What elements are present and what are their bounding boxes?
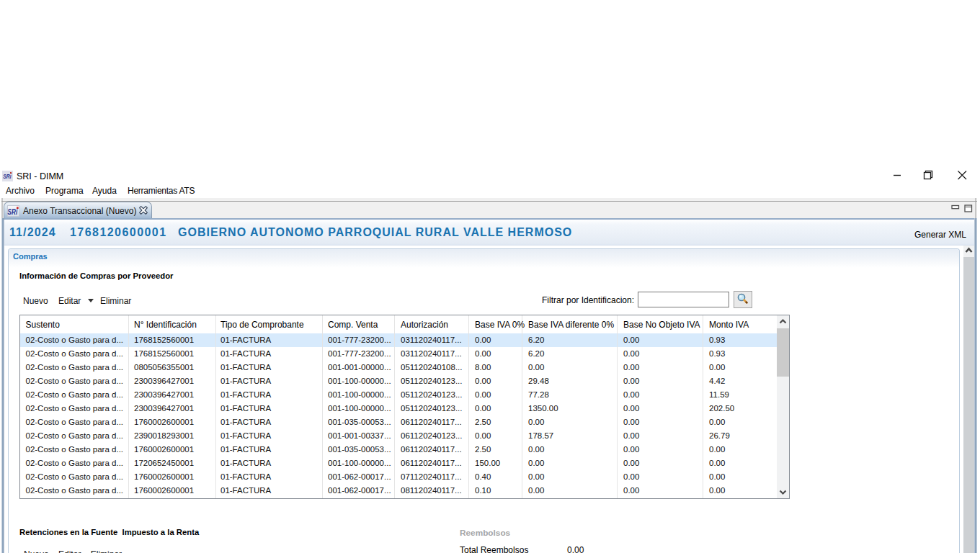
svg-text:SRi: SRi: [8, 207, 18, 216]
